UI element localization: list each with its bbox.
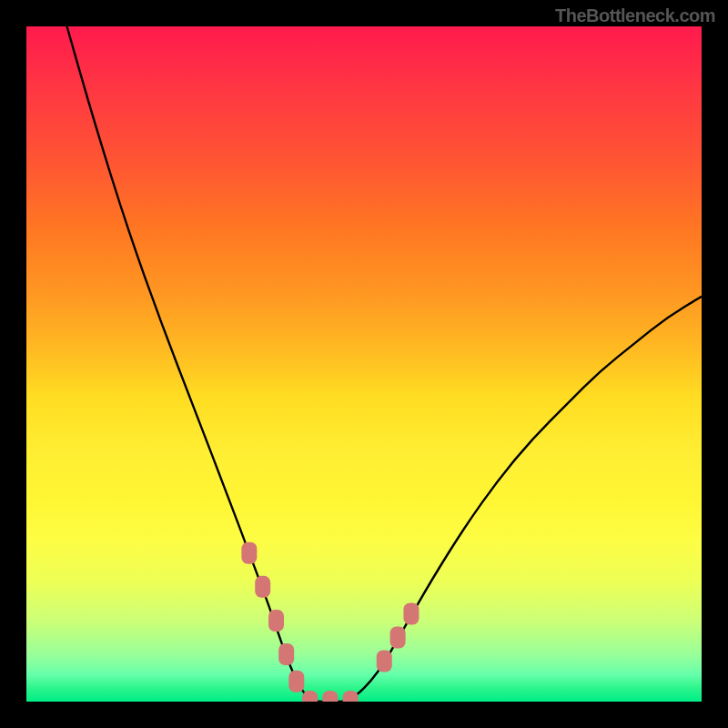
marker-set-right-marker (377, 650, 392, 672)
marker-set-right-marker (403, 603, 419, 625)
bottleneck-curve (67, 26, 702, 702)
chart-container: TheBottleneck.com (0, 0, 728, 728)
marker-set-left-marker (255, 576, 270, 598)
marker-set-bottom-marker (343, 691, 359, 702)
marker-set-left-marker (241, 542, 257, 564)
marker-set-left-marker (278, 643, 294, 665)
marker-set-left-marker (288, 671, 304, 693)
marker-set-right-marker (390, 627, 406, 649)
marker-set-bottom-marker (322, 691, 338, 702)
chart-svg (26, 26, 702, 702)
marker-set-left-marker (268, 610, 284, 632)
watermark: TheBottleneck.com (555, 5, 715, 26)
marker-set-bottom-marker (302, 691, 318, 702)
plot-area (26, 26, 702, 702)
marker-group (241, 542, 419, 702)
